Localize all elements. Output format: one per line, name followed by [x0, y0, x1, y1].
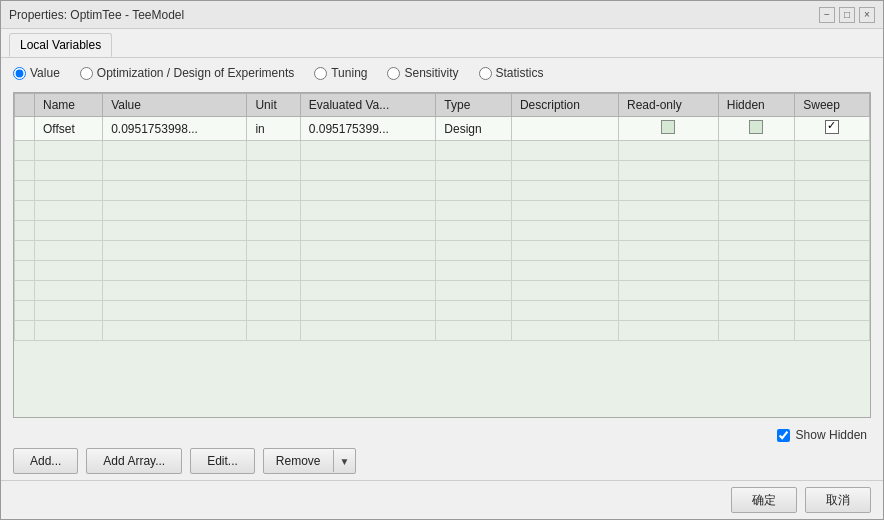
col-indicator — [15, 94, 35, 117]
evaluated-cell[interactable]: 0.095175399... — [300, 117, 436, 141]
show-hidden-checkbox[interactable] — [777, 429, 790, 442]
col-name: Name — [35, 94, 103, 117]
sweep-checkbox[interactable] — [825, 120, 839, 134]
empty-row — [15, 261, 870, 281]
hidden-cell[interactable] — [718, 117, 795, 141]
value-cell[interactable]: 0.0951753998... — [103, 117, 247, 141]
main-window: Properties: OptimTee - TeeModel − □ × Lo… — [0, 0, 884, 520]
empty-row — [15, 321, 870, 341]
row-indicator-cell — [15, 117, 35, 141]
action-buttons: Add... Add Array... Edit... Remove ▼ — [13, 448, 871, 474]
col-hidden: Hidden — [718, 94, 795, 117]
title-bar: Properties: OptimTee - TeeModel − □ × — [1, 1, 883, 29]
show-hidden-row: Show Hidden — [13, 428, 871, 442]
table-container[interactable]: Name Value Unit Evaluated Va... Type Des… — [13, 92, 871, 418]
empty-row — [15, 161, 870, 181]
col-value: Value — [103, 94, 247, 117]
title-controls: − □ × — [819, 7, 875, 23]
sweep-cell[interactable] — [795, 117, 870, 141]
empty-row — [15, 181, 870, 201]
show-hidden-label: Show Hidden — [796, 428, 867, 442]
empty-row — [15, 221, 870, 241]
bottom-area: Show Hidden Add... Add Array... Edit... … — [1, 422, 883, 480]
col-evaluated: Evaluated Va... — [300, 94, 436, 117]
remove-button-group[interactable]: Remove ▼ — [263, 448, 357, 474]
hidden-checkbox[interactable] — [749, 120, 763, 134]
tab-local-variables[interactable]: Local Variables — [9, 33, 112, 57]
radio-optimization[interactable]: Optimization / Design of Experiments — [80, 66, 294, 80]
tabs-bar: Local Variables — [1, 29, 883, 58]
minimize-button[interactable]: − — [819, 7, 835, 23]
empty-row — [15, 281, 870, 301]
footer-buttons: 确定 取消 — [1, 480, 883, 519]
name-cell[interactable]: Offset — [35, 117, 103, 141]
col-readonly: Read-only — [619, 94, 719, 117]
content-area: Name Value Unit Evaluated Va... Type Des… — [1, 88, 883, 422]
description-cell[interactable] — [511, 117, 618, 141]
col-unit: Unit — [247, 94, 300, 117]
empty-row — [15, 141, 870, 161]
add-array-button[interactable]: Add Array... — [86, 448, 182, 474]
col-type: Type — [436, 94, 512, 117]
radio-bar: Value Optimization / Design of Experimen… — [1, 58, 883, 88]
ok-button[interactable]: 确定 — [731, 487, 797, 513]
remove-button-label[interactable]: Remove — [264, 450, 334, 472]
col-description: Description — [511, 94, 618, 117]
cancel-button[interactable]: 取消 — [805, 487, 871, 513]
remove-dropdown-arrow[interactable]: ▼ — [334, 452, 356, 471]
empty-row — [15, 301, 870, 321]
readonly-cell[interactable] — [619, 117, 719, 141]
table-row[interactable]: Offset 0.0951753998... in 0.095175399...… — [15, 117, 870, 141]
maximize-button[interactable]: □ — [839, 7, 855, 23]
edit-button[interactable]: Edit... — [190, 448, 255, 474]
unit-cell[interactable]: in — [247, 117, 300, 141]
empty-row — [15, 241, 870, 261]
readonly-checkbox[interactable] — [661, 120, 675, 134]
type-cell[interactable]: Design — [436, 117, 512, 141]
table-header-row: Name Value Unit Evaluated Va... Type Des… — [15, 94, 870, 117]
radio-tuning[interactable]: Tuning — [314, 66, 367, 80]
col-sweep: Sweep — [795, 94, 870, 117]
empty-row — [15, 201, 870, 221]
window-title: Properties: OptimTee - TeeModel — [9, 8, 184, 22]
radio-statistics[interactable]: Statistics — [479, 66, 544, 80]
variables-table: Name Value Unit Evaluated Va... Type Des… — [14, 93, 870, 341]
add-button[interactable]: Add... — [13, 448, 78, 474]
close-button[interactable]: × — [859, 7, 875, 23]
radio-sensitivity[interactable]: Sensitivity — [387, 66, 458, 80]
radio-value[interactable]: Value — [13, 66, 60, 80]
